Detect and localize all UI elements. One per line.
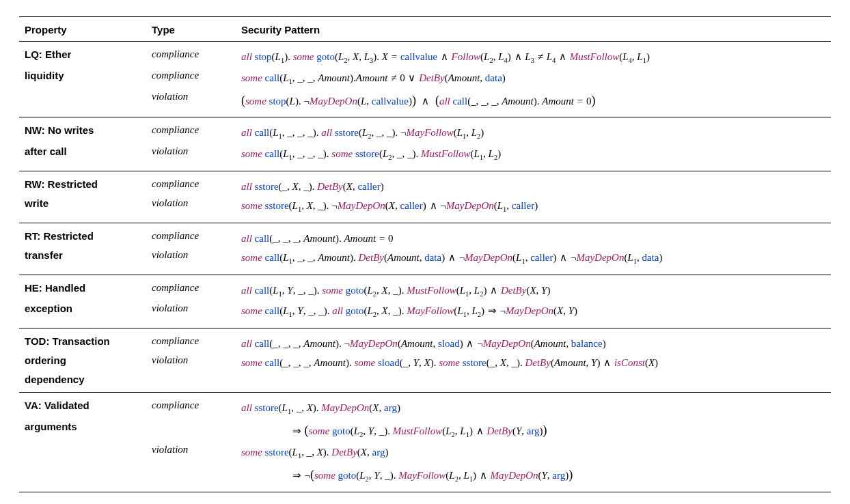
pattern-cell: all stop(L1). some goto(L2, X, L3). X = … [236,42,831,68]
type-cell: violation [146,248,236,275]
table-row: TOD: Transaction compliance all call(_, … [19,328,831,354]
property-cell: after call [19,144,146,171]
col-type: Type [146,17,236,42]
table-row: transfer violation some call(L1, _, _, A… [19,248,831,275]
type-cell: compliance [146,275,236,301]
type-cell: compliance [146,171,236,196]
property-cell: arguments [19,419,146,443]
pattern-cell: all call(_, _, _, Amount). Amount = 0 [236,223,831,248]
property-cell: dependency [19,372,146,393]
table-row: violation (some stop(L). ¬MayDepOn(L, ca… [19,89,831,117]
col-pattern: Security Pattern [236,17,831,42]
pattern-cell: all call(_, _, _, Amount). ¬MayDepOn(Amo… [236,328,831,354]
pattern-cell: some call(_, _, _, Amount). some sload(_… [236,353,831,372]
property-cell: write [19,196,146,223]
property-cell: RT: Restricted [19,223,146,248]
table-row: NW: No writes compliance all call(L1, _,… [19,117,831,144]
property-cell: ordering [19,353,146,372]
table-row: LQ: Ether compliance all stop(L1). some … [19,42,831,68]
table-row: arguments ⇒ (some goto(L2, Y, _). MustFo… [19,419,831,443]
pattern-cell: ⇒ (some goto(L2, Y, _). MustFollow(L2, L… [236,419,831,443]
security-patterns-table: Property Type Security Pattern LQ: Ether… [19,16,831,492]
table-row: after call violation some call(L1, _, _,… [19,144,831,171]
property-cell: NW: No writes [19,117,146,144]
pattern-cell: ⇒ ¬(some goto(L2, Y, _). MayFollow(L2, L… [236,464,831,492]
pattern-cell: all call(L1, _, _, _). all sstore(L2, _,… [236,117,831,144]
table-row: write violation some sstore(L1, X, _). ¬… [19,196,831,223]
type-cell: violation [146,443,236,464]
pattern-cell: some call(L1, _, _, Amount).Amount ≠ 0 ∨… [236,68,831,89]
table-row: RT: Restricted compliance all call(_, _,… [19,223,831,248]
table-row: exception violation some call(L1, Y, _, … [19,301,831,328]
type-cell: violation [146,89,236,117]
property-cell: VA: Validated [19,393,146,419]
type-cell: compliance [146,68,236,89]
property-cell: LQ: Ether [19,42,146,68]
type-cell: violation [146,301,236,328]
pattern-cell: some sstore(L1, _, X). DetBy(X, arg) [236,443,831,464]
table-row: dependency [19,372,831,393]
table-row: ordering violation some call(_, _, _, Am… [19,353,831,372]
type-cell: compliance [146,393,236,419]
property-cell: liquidity [19,68,146,89]
type-cell: compliance [146,223,236,248]
property-cell: RW: Restricted [19,171,146,196]
table-row: HE: Handled compliance all call(L1, Y, _… [19,275,831,301]
type-cell: compliance [146,42,236,68]
table-row: violation some sstore(L1, _, X). DetBy(X… [19,443,831,464]
type-cell: violation [146,144,236,171]
type-cell: violation [146,353,236,372]
pattern-cell: some call(L1, Y, _, _). all goto(L2, X, … [236,301,831,328]
type-cell: violation [146,196,236,223]
pattern-cell: some call(L1, _, _, Amount). DetBy(Amoun… [236,248,831,275]
pattern-cell: (some stop(L). ¬MayDepOn(L, callvalue)) … [236,89,831,117]
pattern-cell: all call(L1, Y, _, _). some goto(L2, X, … [236,275,831,301]
table-header-row: Property Type Security Pattern [19,17,831,42]
pattern-cell: some call(L1, _, _, _). some sstore(L2, … [236,144,831,171]
table-row: ⇒ ¬(some goto(L2, Y, _). MayFollow(L2, L… [19,464,831,492]
property-cell: HE: Handled [19,275,146,301]
property-cell: TOD: Transaction [19,328,146,354]
property-cell: exception [19,301,146,328]
table-row: VA: Validated compliance all sstore(L1, … [19,393,831,419]
type-cell: compliance [146,328,236,354]
pattern-cell: all sstore(L1, _, X). MayDepOn(X, arg) [236,393,831,419]
pattern-cell: some sstore(L1, X, _). ¬MayDepOn(X, call… [236,196,831,223]
table-row: RW: Restricted compliance all sstore(_, … [19,171,831,196]
property-cell: transfer [19,248,146,275]
pattern-cell: all sstore(_, X, _). DetBy(X, caller) [236,171,831,196]
table-row: liquidity compliance some call(L1, _, _,… [19,68,831,89]
col-property: Property [19,17,146,42]
type-cell: compliance [146,117,236,144]
